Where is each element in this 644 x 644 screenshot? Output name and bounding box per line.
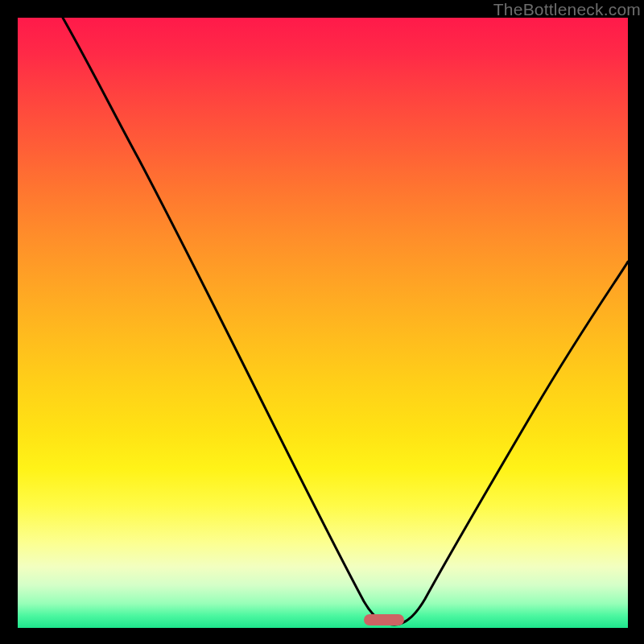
plot-area [18, 18, 628, 628]
bottleneck-curve [18, 18, 628, 628]
chart-frame: TheBottleneck.com [0, 0, 644, 644]
curve-path [63, 18, 628, 625]
optimal-range-marker [364, 614, 404, 625]
watermark-text: TheBottleneck.com [493, 0, 641, 19]
